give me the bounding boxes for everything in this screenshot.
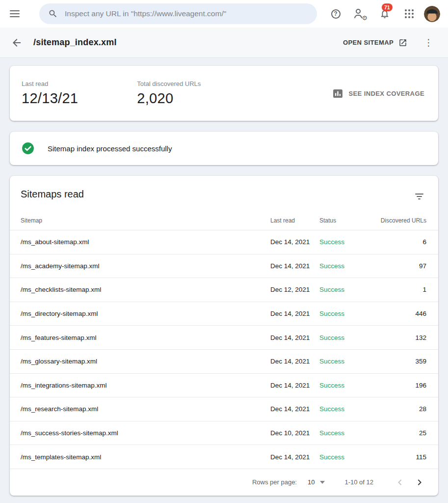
last-read-stat: Last read 12/13/21: [22, 80, 78, 107]
urls-cell: 1: [377, 286, 426, 293]
urls-cell: 196: [377, 382, 426, 389]
last-read-value: 12/13/21: [22, 90, 78, 107]
content-area: Last read 12/13/21 Total discovered URLs…: [0, 58, 448, 503]
help-button[interactable]: ?: [326, 4, 345, 24]
table-row[interactable]: /ms_research-sitemap.xml Dec 14, 2021 Su…: [10, 397, 438, 421]
lastread-cell: Dec 12, 2021: [270, 286, 319, 293]
lastread-cell: Dec 10, 2021: [270, 429, 319, 437]
column-header-lastread: Last read: [270, 217, 319, 224]
summary-card: Last read 12/13/21 Total discovered URLs…: [10, 66, 438, 121]
status-cell: Success: [319, 262, 377, 270]
urls-cell: 6: [377, 238, 426, 246]
sitemap-cell: /ms_glossary-sitemap.xml: [21, 358, 270, 365]
page-header: /sitemap_index.xml OPEN SITEMAP ⋮: [0, 28, 448, 58]
total-urls-stat: Total discovered URLs 2,020: [137, 80, 201, 107]
rows-per-page-value: 10: [308, 478, 315, 486]
lastread-cell: Dec 14, 2021: [270, 405, 319, 413]
status-cell: Success: [319, 286, 377, 293]
sitemap-cell: /ms_research-sitemap.xml: [21, 405, 270, 413]
help-icon: ?: [331, 9, 341, 19]
urls-cell: 25: [377, 429, 426, 437]
table-row[interactable]: /ms_directory-sitemap.xml Dec 14, 2021 S…: [10, 302, 438, 326]
table-row[interactable]: /ms_integrations-sitemap.xml Dec 14, 202…: [10, 373, 438, 397]
lastread-cell: Dec 14, 2021: [270, 334, 319, 341]
next-page-button[interactable]: [410, 473, 429, 492]
table-row[interactable]: /ms_glossary-sitemap.xml Dec 14, 2021 Su…: [10, 349, 438, 373]
table-row[interactable]: /ms_academy-sitemap.xml Dec 14, 2021 Suc…: [10, 254, 438, 278]
urls-cell: 97: [377, 262, 426, 270]
lastread-cell: Dec 14, 2021: [270, 238, 319, 246]
status-cell: Success: [319, 429, 377, 437]
url-inspection-searchbox[interactable]: [39, 3, 317, 24]
total-urls-value: 2,020: [137, 90, 201, 107]
table-row[interactable]: /ms_about-sitemap.xml Dec 14, 2021 Succe…: [10, 230, 438, 254]
rows-per-page-select[interactable]: 10: [308, 478, 325, 486]
back-arrow-icon[interactable]: [11, 37, 23, 49]
urls-cell: 132: [377, 334, 426, 341]
table-header-row: Sitemap Last read Status Discovered URLs: [10, 206, 438, 230]
status-cell: Success: [319, 358, 377, 365]
chevron-down-icon: [320, 481, 325, 484]
table-row[interactable]: /ms_checklists-sitemap.xml Dec 12, 2021 …: [10, 278, 438, 302]
lastread-cell: Dec 14, 2021: [270, 262, 319, 270]
see-index-coverage-button[interactable]: SEE INDEX COVERAGE: [331, 85, 426, 102]
status-cell: Success: [319, 382, 377, 389]
rows-per-page-label: Rows per page:: [252, 478, 297, 486]
search-input[interactable]: [65, 9, 308, 18]
table-title: Sitemaps read: [21, 189, 84, 200]
pagination-range: 1-10 of 12: [344, 478, 373, 486]
urls-cell: 446: [377, 310, 426, 317]
previous-page-button: [390, 473, 410, 492]
menu-icon[interactable]: [10, 8, 22, 20]
sitemaps-table-card: Sitemaps read Sitemap Last read Status D…: [10, 176, 438, 496]
more-options-icon[interactable]: ⋮: [420, 35, 437, 50]
status-cell: Success: [319, 334, 377, 341]
column-header-urls: Discovered URLs: [377, 217, 426, 224]
notifications-button[interactable]: 71: [375, 4, 395, 24]
urls-cell: 28: [377, 405, 426, 413]
lastread-cell: Dec 14, 2021: [270, 453, 319, 461]
top-app-bar: ? ⚙ 71: [0, 0, 448, 28]
see-index-coverage-label: SEE INDEX COVERAGE: [348, 90, 424, 97]
sitemap-cell: /ms_templates-sitemap.xml: [21, 453, 270, 461]
bar-chart-icon: [333, 89, 343, 98]
user-settings-button[interactable]: ⚙: [350, 4, 370, 24]
search-icon: [48, 9, 58, 19]
apps-button[interactable]: [399, 4, 419, 24]
urls-cell: 359: [377, 358, 426, 365]
banner-message: Sitemap index processed successfully: [48, 144, 172, 153]
table-row[interactable]: /ms_success-stories-sitemap.xml Dec 10, …: [10, 421, 438, 445]
sitemap-cell: /ms_integrations-sitemap.xml: [21, 382, 270, 389]
lastread-cell: Dec 14, 2021: [270, 382, 319, 389]
check-circle-icon: [22, 142, 34, 155]
status-banner: Sitemap index processed successfully: [10, 132, 438, 165]
status-cell: Success: [319, 310, 377, 317]
column-header-status: Status: [319, 217, 377, 224]
sitemap-cell: /ms_checklists-sitemap.xml: [21, 286, 270, 293]
sitemap-cell: /ms_academy-sitemap.xml: [21, 262, 270, 270]
open-sitemap-label: OPEN SITEMAP: [343, 39, 394, 46]
table-row[interactable]: /ms_templates-sitemap.xml Dec 14, 2021 S…: [10, 445, 438, 469]
status-cell: Success: [319, 453, 377, 461]
table-row[interactable]: /ms_features-sitemap.xml Dec 14, 2021 Su…: [10, 325, 438, 349]
external-link-icon: [398, 38, 407, 47]
filter-icon[interactable]: [412, 191, 426, 202]
open-sitemap-button[interactable]: OPEN SITEMAP: [341, 35, 409, 50]
status-cell: Success: [319, 405, 377, 413]
status-cell: Success: [319, 238, 377, 246]
lastread-cell: Dec 14, 2021: [270, 358, 319, 365]
avatar[interactable]: [424, 6, 440, 22]
last-read-label: Last read: [22, 80, 78, 87]
apps-grid-icon: [405, 9, 414, 18]
table-pagination: Rows per page: 10 1-10 of 12: [10, 469, 438, 496]
sitemap-cell: /ms_features-sitemap.xml: [21, 334, 270, 341]
sitemap-cell: /ms_about-sitemap.xml: [21, 238, 270, 246]
lastread-cell: Dec 14, 2021: [270, 310, 319, 317]
sitemap-cell: /ms_directory-sitemap.xml: [21, 310, 270, 317]
page-title: /sitemap_index.xml: [33, 37, 117, 48]
column-header-sitemap: Sitemap: [21, 217, 270, 224]
notification-badge: 71: [382, 3, 393, 11]
manage-accounts-icon: ⚙: [354, 8, 366, 20]
total-urls-label: Total discovered URLs: [137, 80, 201, 87]
sitemap-cell: /ms_success-stories-sitemap.xml: [21, 429, 270, 437]
